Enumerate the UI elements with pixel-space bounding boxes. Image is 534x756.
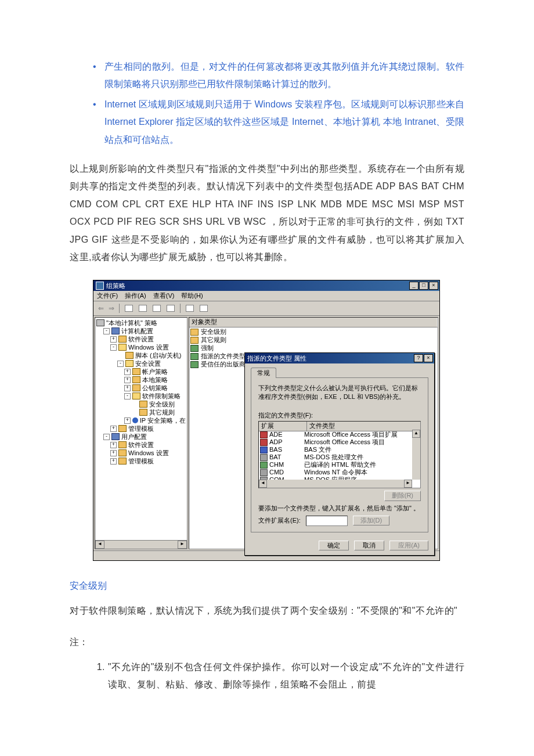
list-hscrollbar[interactable]: ◄ ► <box>259 480 412 488</box>
tree-item[interactable]: 用户配置 <box>121 433 147 441</box>
ok-button[interactable]: 确定 <box>319 541 349 550</box>
collapse-icon[interactable]: - <box>103 434 110 440</box>
expand-icon[interactable]: + <box>124 385 131 391</box>
close-button[interactable]: × <box>424 354 433 362</box>
list-vscrollbar[interactable]: ▲ <box>412 430 420 480</box>
tree-item[interactable]: 安全设置 <box>135 360 161 368</box>
file-icon <box>260 447 268 453</box>
collapse-icon[interactable]: - <box>124 393 131 399</box>
tree-item[interactable]: 公钥策略 <box>142 384 168 392</box>
col-ext[interactable]: 扩展 <box>259 422 307 430</box>
expand-icon[interactable]: + <box>110 458 117 465</box>
tree-item[interactable]: 软件设置 <box>128 336 154 343</box>
ext-cell[interactable]: CMD <box>269 469 284 476</box>
ext-cell[interactable]: BAT <box>269 453 282 461</box>
type-cell[interactable]: Windows NT 命令脚本 <box>303 469 420 476</box>
expand-icon[interactable]: + <box>110 442 117 448</box>
toolbar-btn[interactable] <box>151 303 163 314</box>
tree-item[interactable]: 管理模板 <box>128 425 154 433</box>
col-type[interactable]: 文件类型 <box>307 422 420 430</box>
bullet-item: Internet 区域规则区域规则只适用于 Windows 安装程序包。区域规则… <box>104 96 464 149</box>
scroll-up-icon[interactable]: ▲ <box>412 430 420 438</box>
close-button[interactable]: × <box>429 282 438 290</box>
scroll-left-icon[interactable]: ◄ <box>259 480 267 488</box>
cancel-button[interactable]: 取消 <box>354 541 384 550</box>
tree-item[interactable]: Windows 设置 <box>128 449 169 457</box>
menubar: 文件(F) 操作(A) 查看(V) 帮助(H) <box>93 291 439 301</box>
expand-icon[interactable]: + <box>124 417 131 424</box>
toolbar-btn[interactable] <box>184 303 196 314</box>
type-cell[interactable]: MS-DOS 批处理文件 <box>303 453 420 461</box>
tree-item[interactable]: 脚本 (启动/关机) <box>135 352 181 359</box>
type-cell[interactable]: Microsoft Office Access 项目扩展 <box>303 431 420 438</box>
expand-icon[interactable]: + <box>110 426 117 432</box>
minimize-button[interactable]: _ <box>409 282 418 290</box>
column-header[interactable]: 对象类型 <box>189 318 438 327</box>
folder-icon <box>190 337 199 344</box>
list-item[interactable]: 其它规则 <box>201 336 226 344</box>
file-icon <box>260 454 268 461</box>
nav-back-icon[interactable]: ⇐ <box>97 304 105 312</box>
scroll-left-icon[interactable]: ◄ <box>95 541 104 549</box>
tree-item[interactable]: 帐户策略 <box>142 368 168 376</box>
scroll-right-icon[interactable]: ► <box>404 480 412 488</box>
policy-icon <box>190 353 199 360</box>
tree-hscrollbar[interactable]: ◄ ► <box>95 540 187 549</box>
ext-cell[interactable]: BAS <box>269 446 282 453</box>
collapse-icon[interactable]: - <box>117 361 124 367</box>
ext-cell[interactable]: ADE <box>269 431 283 438</box>
tree-item[interactable]: IP 安全策略，在 <box>140 417 186 424</box>
tree-item[interactable]: 安全级别 <box>149 401 175 408</box>
policy-icon <box>190 361 199 368</box>
scroll-right-icon[interactable]: ► <box>178 541 187 549</box>
folder-icon <box>118 458 127 465</box>
folder-icon <box>118 344 127 351</box>
toolbar-btn[interactable] <box>198 303 210 314</box>
tree-item[interactable]: 其它规则 <box>149 409 175 416</box>
ext-input-label: 文件扩展名(E): <box>258 517 301 524</box>
add-button[interactable]: 添加(D) <box>353 516 389 525</box>
expand-icon[interactable]: + <box>124 369 131 375</box>
collapse-icon[interactable]: - <box>110 344 117 351</box>
ext-cell[interactable]: ADP <box>269 438 283 446</box>
security-icon <box>125 360 134 367</box>
help-button[interactable]: ? <box>414 354 423 362</box>
nav-fwd-icon[interactable]: ⇒ <box>107 304 116 312</box>
expand-icon[interactable]: + <box>110 336 117 343</box>
toolbar-btn[interactable] <box>137 303 149 314</box>
tab-general[interactable]: 常规 <box>251 368 276 378</box>
ext-input[interactable] <box>306 516 348 526</box>
tree-item[interactable]: 软件限制策略 <box>142 393 181 400</box>
numbered-item: "不允许的"级别不包含任何文件保护操作。你可以对一个设定成"不允许的"文件进行读… <box>108 658 464 694</box>
note-label: 注： <box>70 633 464 651</box>
expand-icon[interactable]: + <box>110 450 117 456</box>
collapse-icon[interactable]: - <box>103 328 110 334</box>
tree-item[interactable]: 计算机配置 <box>121 327 153 335</box>
toolbar-btn[interactable] <box>123 303 135 314</box>
delete-button[interactable]: 删除(R) <box>384 491 421 501</box>
tree-item[interactable]: 本地策略 <box>142 376 168 384</box>
filetype-listbox[interactable]: 扩展 文件类型 ADEMicrosoft Office Access 项目扩展 … <box>258 421 421 488</box>
maximize-button[interactable]: □ <box>419 282 428 290</box>
type-cell[interactable]: 已编译的 HTML 帮助文件 <box>303 461 420 469</box>
type-cell[interactable]: BAS 文件 <box>303 446 420 453</box>
list-item[interactable]: 指派的文件类型 <box>201 352 246 360</box>
expand-icon[interactable]: + <box>124 377 131 383</box>
menu-action[interactable]: 操作(A) <box>125 292 146 300</box>
type-cell[interactable]: Microsoft Office Access 项目 <box>303 438 420 446</box>
menu-view[interactable]: 查看(V) <box>153 292 175 300</box>
list-item[interactable]: 强制 <box>201 344 214 352</box>
menu-help[interactable]: 帮助(H) <box>181 292 203 300</box>
toolbar-btn[interactable] <box>165 303 176 314</box>
file-icon <box>260 431 268 438</box>
tree-item[interactable]: Windows 设置 <box>128 344 169 351</box>
add-hint: 要添加一个文件类型，键入其扩展名，然后单击 "添加" 。 <box>258 505 421 512</box>
tree-item[interactable]: 软件设置 <box>128 441 154 449</box>
menu-file[interactable]: 文件(F) <box>97 292 118 300</box>
tree-root[interactable]: "本地计算机" 策略 <box>106 319 157 327</box>
list-item[interactable]: 受信任的出版商 <box>201 361 246 368</box>
ext-cell[interactable]: CHM <box>269 461 284 469</box>
apply-button[interactable]: 应用(A) <box>389 541 428 550</box>
list-item[interactable]: 安全级别 <box>201 328 226 336</box>
tree-item[interactable]: 管理模板 <box>128 458 154 465</box>
